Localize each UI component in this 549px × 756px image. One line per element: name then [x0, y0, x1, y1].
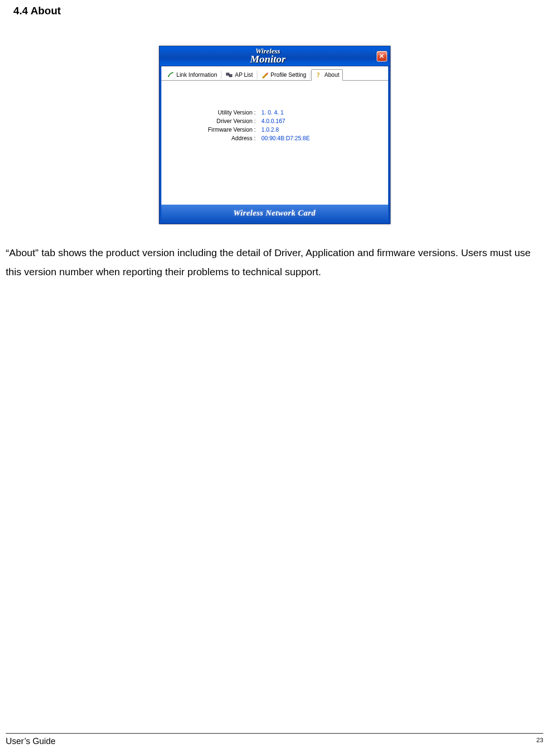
signal-icon: [167, 71, 175, 79]
help-icon: ?: [315, 71, 322, 79]
svg-point-0: [168, 75, 169, 77]
tab-separator: [221, 71, 222, 79]
footer-left: User’s Guide: [6, 736, 55, 746]
svg-text:?: ?: [317, 72, 320, 78]
wireless-monitor-window: Wireless Monitor ✕ Link Information: [159, 46, 391, 224]
tab-label: Link Information: [177, 72, 217, 78]
section-heading: 4.4 About: [0, 0, 549, 17]
utility-version-value: 1. 0. 4. 1: [262, 109, 284, 116]
utility-version-label: Utility Version :: [180, 109, 262, 116]
tab-about[interactable]: ? About: [311, 69, 342, 81]
address-value: 00:90:4B:D7:25:8E: [262, 135, 310, 142]
about-content: Utility Version : 1. 0. 4. 1 Driver Vers…: [161, 81, 388, 205]
tab-separator: [257, 71, 257, 79]
close-icon: ✕: [379, 52, 384, 60]
tab-bar: Link Information AP List Profile Setting: [161, 66, 388, 81]
tab-label: Profile Setting: [271, 72, 306, 78]
tab-profile-setting[interactable]: Profile Setting: [258, 70, 309, 80]
driver-version-label: Driver Version :: [180, 118, 262, 124]
body-paragraph: “About” tab shows the product version in…: [6, 243, 543, 281]
banner-text: Wireless Network Card: [233, 208, 316, 218]
driver-version-value: 4.0.0.167: [262, 118, 285, 124]
tab-link-information[interactable]: Link Information: [164, 70, 220, 80]
page-number: 23: [537, 736, 543, 746]
svg-rect-2: [229, 74, 232, 77]
screenshot-figure: Wireless Monitor ✕ Link Information: [0, 46, 549, 224]
utility-version-row: Utility Version : 1. 0. 4. 1: [180, 109, 369, 116]
firmware-version-label: Firmware Version :: [180, 126, 262, 133]
footer-banner: Wireless Network Card: [161, 205, 388, 222]
pencil-icon: [261, 71, 269, 79]
logo-line2: Monitor: [250, 54, 286, 64]
window-titlebar: Wireless Monitor ✕: [159, 46, 390, 66]
tab-ap-list[interactable]: AP List: [222, 70, 256, 80]
tab-label: About: [324, 72, 339, 78]
address-label: Address :: [180, 135, 262, 142]
svg-rect-1: [226, 73, 229, 75]
firmware-version-row: Firmware Version : 1.0.2.8: [180, 126, 369, 133]
tab-separator: [310, 71, 310, 79]
address-row: Address : 00:90:4B:D7:25:8E: [180, 135, 369, 142]
tab-label: AP List: [235, 72, 253, 78]
driver-version-row: Driver Version : 4.0.0.167: [180, 118, 369, 124]
page-footer: User’s Guide 23: [6, 733, 543, 746]
app-logo: Wireless Monitor: [159, 48, 377, 64]
firmware-version-value: 1.0.2.8: [262, 126, 279, 133]
ap-list-icon: [225, 71, 233, 79]
close-button[interactable]: ✕: [377, 51, 387, 62]
